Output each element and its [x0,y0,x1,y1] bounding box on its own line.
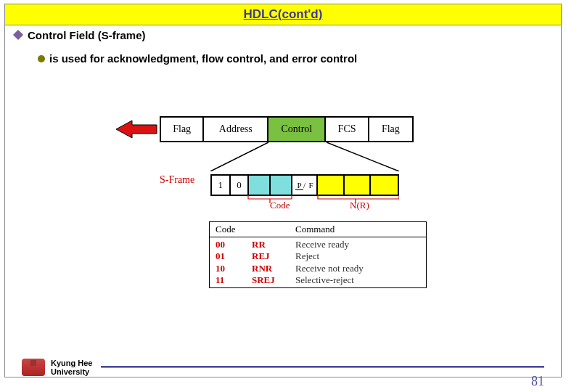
row-cmd: Reject [295,250,420,262]
dot-bullet-icon [38,55,45,62]
uni-line2: University [51,367,92,376]
table-row: 10 RNR Receive not ready [210,263,426,274]
code-table: Code Command 00 RR Receive ready 01 REJ … [209,221,427,288]
frame-structure: Flag Address Control FCS Flag [160,116,414,142]
connector-lines [160,142,414,171]
hdlc-diagram: Flag Address Control FCS Flag S-Frame 1 … [116,116,450,196]
page-number: 81 [531,374,544,389]
nr-label: N(R) [350,200,369,211]
footer-divider [101,366,544,368]
row-code: 11 [216,274,252,286]
row-abbr: REJ [252,250,295,262]
row-cmd: Receive not ready [295,263,420,274]
ctrl-pf: P/F [292,176,319,195]
ctrl-nr3 [371,176,398,195]
diamond-bullet-icon [13,30,23,40]
row-code: 01 [216,250,252,262]
ctrl-nr2 [345,176,372,195]
row-cmd: Receive ready [295,239,420,250]
table-row: 11 SREJ Selective-reject [210,274,426,286]
row-abbr: RR [252,239,295,250]
ctrl-code2 [271,176,292,195]
header-code: Code [210,222,290,237]
frame-fcs: FCS [326,118,369,141]
sframe-label: S-Frame [160,174,194,186]
frame-flag1: Flag [161,118,204,141]
code-table-body: 00 RR Receive ready 01 REJ Reject 10 RNR… [210,237,426,287]
bullet2-text: is used for acknowledgment, flow control… [49,52,357,65]
uni-line1: Kyung Hee [51,359,92,367]
row-cmd: Selective-reject [295,274,420,286]
ctrl-bit1: 1 [212,176,231,195]
row-abbr: RNR [252,263,295,274]
frame-control: Control [268,118,326,141]
university-logo-icon [22,359,45,376]
row-code: 10 [216,263,252,274]
bullet-level2: is used for acknowledgment, flow control… [38,52,551,66]
ctrl-code1 [249,176,271,195]
title-bar: HDLC(cont'd) [4,4,562,25]
footer: Kyung Hee University [22,359,544,376]
table-row: 01 REJ Reject [210,250,426,262]
svg-marker-0 [116,121,157,138]
code-table-header: Code Command [210,222,426,237]
svg-line-1 [210,142,268,171]
frame-flag2: Flag [369,118,412,141]
code-label: Code [270,200,290,211]
ctrl-nr1 [318,176,345,195]
ctrl-bit0: 0 [231,176,250,195]
slide-title: HDLC(cont'd) [244,7,323,22]
frame-address: Address [204,118,268,141]
header-command: Command [290,222,340,237]
bracket-lines [210,193,399,203]
row-abbr: SREJ [252,274,295,286]
table-row: 00 RR Receive ready [210,239,426,250]
university-name: Kyung Hee University [51,359,92,376]
bullet-level1: Control Field (S-frame) [15,29,551,41]
content-area: Control Field (S-frame) is used for ackn… [15,29,551,66]
arrow-left-icon [116,119,160,139]
bullet1-text: Control Field (S-frame) [28,29,146,41]
row-code: 00 [216,239,252,250]
svg-line-2 [327,142,399,171]
